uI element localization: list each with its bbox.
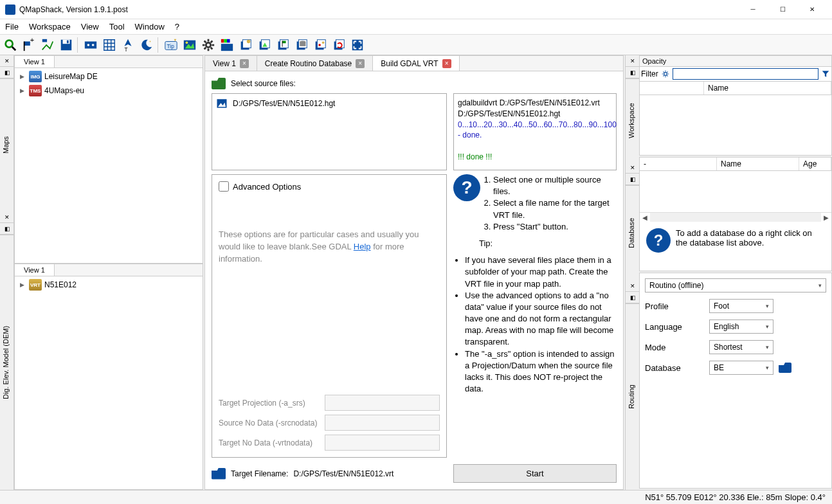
layer-flag-icon[interactable] [274, 36, 292, 54]
grid-icon[interactable] [100, 36, 118, 54]
close-button[interactable]: ✕ [797, 0, 827, 19]
folder-icon[interactable] [212, 468, 226, 480]
maps-pin-icon[interactable]: ◧ [0, 67, 14, 78]
menu-file[interactable]: File [5, 22, 19, 32]
layer-edit-icon[interactable] [237, 36, 255, 54]
col-header[interactable]: Name [704, 82, 831, 94]
svg-point-10 [87, 44, 90, 46]
gear-icon[interactable] [199, 36, 217, 54]
output-done: !!! done !!! [458, 152, 612, 163]
menu-tool[interactable]: Tool [109, 22, 125, 32]
save-icon[interactable] [57, 36, 75, 54]
advanced-options-box: Advanced Options These options are for p… [212, 174, 447, 458]
svg-point-49 [664, 73, 667, 76]
folder-icon[interactable] [212, 78, 226, 89]
close-icon[interactable]: × [442, 59, 451, 68]
layer-refresh-icon[interactable] [330, 36, 348, 54]
dock-tab-routing[interactable]: Routing [626, 303, 639, 490]
profile-select[interactable]: Foot [709, 299, 773, 313]
minimize-button[interactable]: ─ [738, 0, 768, 19]
folder-icon[interactable] [779, 363, 791, 373]
fullscreen-icon[interactable] [348, 36, 366, 54]
language-select[interactable]: English [709, 320, 773, 334]
source-nodata-input[interactable] [325, 415, 440, 431]
expander-icon[interactable]: ▶ [20, 87, 26, 94]
add-waypoint-icon[interactable]: + [20, 36, 38, 54]
db-close-icon[interactable]: ✕ [626, 162, 640, 174]
close-icon[interactable]: × [240, 59, 249, 68]
col-header[interactable]: Age [799, 158, 831, 170]
layer-routing-icon[interactable] [311, 36, 329, 54]
menu-help[interactable]: ? [175, 22, 179, 32]
tab-build-vrt[interactable]: Build GDAL VRT × [373, 56, 459, 71]
dem-pin-icon[interactable]: ◧ [0, 223, 14, 235]
mode-select[interactable]: Shortest [709, 340, 773, 354]
poi-text-icon[interactable] [82, 36, 100, 54]
scrollbar[interactable] [650, 213, 821, 222]
tree-label: LeisureMap DE [44, 72, 98, 81]
dock-tab-workspace[interactable]: Workspace [626, 78, 639, 162]
svg-rect-22 [221, 39, 224, 42]
rt-close-icon[interactable]: ✕ [626, 280, 640, 292]
gdal-help-link[interactable]: Help [354, 242, 371, 251]
night-icon[interactable] [138, 36, 156, 54]
filter-input[interactable] [673, 68, 818, 80]
add-route-icon[interactable] [39, 36, 57, 54]
tab-routino-db[interactable]: Create Routino Database × [257, 56, 373, 71]
menu-window[interactable]: Window [135, 22, 165, 32]
advanced-options-checkbox[interactable]: Advanced Options [219, 181, 440, 192]
tree-item[interactable]: ▶ TMS 4UMaps-eu [16, 84, 201, 98]
magnifier-icon[interactable] [1, 36, 19, 54]
start-button[interactable]: Start [453, 464, 617, 483]
text-northarrow-icon[interactable]: T [119, 36, 137, 54]
tree-item[interactable]: ▶ VRT N51E012 [16, 278, 201, 292]
dem-view-tab[interactable]: View 1 [15, 264, 55, 276]
scroll-left-icon[interactable]: ◀ [640, 214, 650, 221]
field-label: Target Projection (-a_srs) [219, 399, 320, 408]
col-header[interactable] [640, 82, 704, 94]
maps-close-icon[interactable]: ✕ [0, 55, 14, 67]
workspace-list[interactable] [640, 95, 831, 136]
maximize-button[interactable]: ☐ [768, 0, 797, 19]
db-pin-icon[interactable]: ◧ [626, 174, 640, 185]
tab-view1[interactable]: View 1 × [205, 56, 257, 71]
routing-engine-select[interactable]: Routino (offline) [645, 278, 826, 292]
dock-tab-dem[interactable]: Dig. Elev. Model (DEM) [0, 235, 14, 490]
expander-icon[interactable]: ▶ [20, 282, 26, 288]
svg-rect-25 [221, 44, 233, 51]
target-nodata-input[interactable] [325, 435, 440, 451]
layer-db-icon[interactable] [293, 36, 311, 54]
dock-tab-maps[interactable]: Maps [0, 78, 14, 212]
database-select[interactable]: BE [709, 361, 773, 375]
source-files-list[interactable]: D:/GPS/Test/EN/N51E012.hgt [212, 93, 447, 170]
rt-pin-icon[interactable]: ◧ [626, 292, 640, 303]
ws-close-icon[interactable]: ✕ [626, 55, 640, 67]
expander-icon[interactable]: ▶ [20, 73, 26, 80]
maps-tree[interactable]: ▶ IMG LeisureMap DE ▶ TMS 4UMaps-eu [15, 68, 203, 263]
col-header[interactable]: - [640, 158, 717, 170]
svg-point-42 [318, 44, 321, 46]
close-icon[interactable]: × [356, 59, 365, 68]
dem-tree[interactable]: ▶ VRT N51E012 [15, 276, 203, 489]
tree-label: N51E012 [44, 280, 77, 289]
col-header[interactable]: Name [717, 158, 799, 170]
scroll-right-icon[interactable]: ▶ [821, 214, 831, 221]
svg-rect-7 [63, 39, 70, 43]
dock-tab-database[interactable]: Database [626, 185, 639, 280]
colorbar-icon[interactable] [218, 36, 236, 54]
layer-mountain-icon[interactable] [255, 36, 273, 54]
svg-rect-23 [224, 39, 227, 42]
target-projection-input[interactable] [325, 395, 440, 411]
filter-gear-icon[interactable] [661, 69, 670, 78]
funnel-icon[interactable] [821, 69, 830, 78]
menu-view[interactable]: View [81, 22, 99, 32]
ws-pin-icon[interactable]: ◧ [626, 67, 640, 78]
tree-item[interactable]: ▶ IMG LeisureMap DE [16, 69, 201, 84]
menu-workspace[interactable]: Workspace [29, 22, 71, 32]
dem-close-icon[interactable]: ✕ [0, 212, 14, 223]
image-icon[interactable] [181, 36, 199, 54]
maps-view-tab[interactable]: View 1 [15, 56, 55, 68]
panel-title: Opacity [642, 57, 829, 65]
database-list[interactable] [640, 171, 831, 212]
tip-icon[interactable]: Tip [162, 36, 180, 54]
